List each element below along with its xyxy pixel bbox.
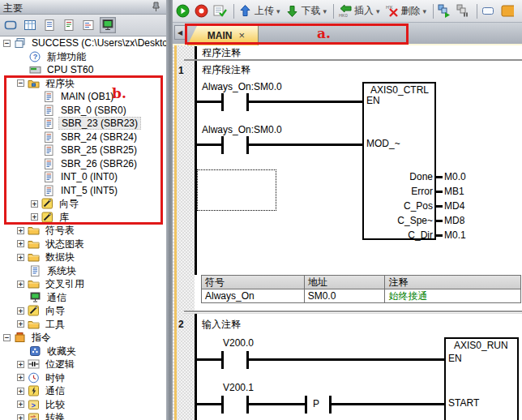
report-icon [62,19,75,32]
output-operand[interactable]: M0.1 [444,229,466,241]
edge-contact-bar[interactable] [305,396,307,414]
tree-item[interactable]: SBR_26 (SBR26) [0,157,166,171]
chevron-down-icon[interactable]: ▾ [276,7,280,15]
comment-cell[interactable]: 始终接通 [385,289,521,303]
toolbar-button-run-icon[interactable] [176,4,190,18]
expand-toggle-icon[interactable]: + [17,361,24,368]
expand-toggle-icon[interactable]: + [31,200,38,208]
network-comment[interactable]: 输入注释 [202,318,241,332]
toolbar-button-删除[interactable]: H'K删除▾ [385,4,427,18]
symbol-table-row[interactable]: Always_On SM0.0 始终接通 [202,289,521,303]
expand-toggle-icon[interactable]: + [17,240,24,247]
panel-splitter[interactable] [166,0,173,420]
chevron-down-icon[interactable]: ▾ [323,7,327,15]
panel-toolbar-button-3[interactable] [41,17,58,33]
tree-item[interactable]: INT_0 (INT0) [0,170,166,184]
tree-item[interactable]: +>比较 [0,398,166,412]
network-comment[interactable]: 程序段注释 [202,63,250,77]
chevron-down-icon[interactable]: ▾ [423,7,427,15]
tree-item[interactable]: +通信 [0,384,166,398]
address-cell[interactable]: SM0.0 [305,289,386,303]
toolbar-button-下载[interactable]: 下载▾ [285,4,327,18]
expand-toggle-icon[interactable]: + [17,388,24,395]
tree-item[interactable]: SBR_25 (SBR25) [0,144,166,157]
tree-item[interactable]: −程序块 [0,77,166,91]
tree-item[interactable]: +时钟 [0,371,166,385]
expand-toggle-icon[interactable]: + [17,374,24,381]
chevron-down-icon[interactable]: ▾ [376,7,380,15]
tab-scroll-left-button[interactable]: ◀ [174,25,186,40]
expand-toggle-icon[interactable]: + [17,281,24,288]
tree-item[interactable]: +状态图表 [0,238,166,251]
empty-element-placeholder[interactable] [197,169,276,211]
tree-item[interactable]: SBR_24 (SBR24) [0,131,166,144]
expand-toggle-icon[interactable]: + [31,213,38,221]
tree-item[interactable]: +位逻辑 [0,358,166,371]
tree-item[interactable]: +库 [0,211,166,225]
expand-toggle-icon[interactable]: + [17,401,24,408]
expand-toggle-icon[interactable]: + [17,307,24,315]
contact-label[interactable]: V200.0 [223,337,254,349]
tree-item[interactable]: 系统块 [0,264,166,278]
tree-item[interactable]: +符号表 [0,224,166,238]
contact-bar[interactable] [221,396,224,414]
panel-toolbar-button-4[interactable] [61,17,77,33]
expand-toggle-icon[interactable]: + [17,254,24,261]
toolbar-separator [477,4,477,19]
tree-item[interactable]: INT_5 (INT5) [0,184,166,198]
output-operand[interactable]: MD8 [444,215,464,226]
wire [249,358,444,361]
contact-bar[interactable] [221,136,224,154]
toolbar-button-box-icon[interactable] [481,4,495,18]
program-comment[interactable]: 程序注释 [202,46,241,60]
tree-item[interactable]: +工具 [0,318,166,332]
expand-toggle-icon[interactable]: + [17,227,24,234]
symbol-cell[interactable]: Always_On [202,289,305,303]
expand-toggle-icon[interactable]: + [17,414,24,420]
panel-toolbar-button-1[interactable] [2,17,19,33]
tree-item[interactable]: +向导 [0,197,166,211]
contact-label[interactable]: Always_On:SM0.0 [202,81,282,92]
tree-item[interactable]: MAIN (OB1) [0,90,166,104]
collapse-toggle-icon[interactable]: − [3,40,11,47]
tab-close-icon[interactable]: × [239,29,246,41]
tree-item[interactable]: +交叉引用 [0,277,166,291]
tree-item[interactable]: +数据块 [0,251,166,264]
output-operand[interactable]: M0.0 [444,171,466,182]
insert-icon: HK0 [338,4,352,18]
panel-toolbar-button-5[interactable] [80,17,96,33]
tree-item[interactable]: +向导 [0,304,166,318]
toolbar-button-上传[interactable]: 上传▾ [238,4,280,18]
tree-item-label: 向导 [57,198,81,209]
tree-item[interactable]: SBR_23 (SBR23) [0,117,166,131]
panel-toolbar-button-6[interactable] [100,17,116,33]
output-operand[interactable]: MD4 [444,200,464,212]
tree-item[interactable]: 收藏夹 [0,345,166,358]
contact-bar[interactable] [221,93,224,111]
toolbar-button-compile-icon[interactable] [213,4,227,18]
expand-toggle-icon[interactable]: + [17,320,24,328]
toolbar-button-pou-run-icon[interactable] [438,4,451,18]
collapse-toggle-icon[interactable]: − [3,334,11,341]
panel-toolbar-button-2[interactable] [22,17,38,33]
collapse-toggle-icon[interactable]: − [17,79,24,87]
tree-item[interactable]: −SUCCESS (C:\Users\zx\Desktop\新 [0,36,166,50]
tree-item[interactable]: CPU ST60 [0,63,166,77]
toolbar-button-stop-icon[interactable] [195,4,208,18]
tree-item[interactable]: SBR_0 (SBR0) [0,104,166,118]
pin-icon[interactable] [151,2,161,12]
tree-item[interactable]: ?新增功能 [0,50,166,64]
tree-item[interactable]: −指令 [0,331,166,345]
contact-label[interactable]: Always_On:SM0.0 [202,124,282,135]
toolbar-button-clipped-icon[interactable] [500,4,514,18]
toolbar-button-pou-pause-icon[interactable] [456,4,470,18]
contact-label[interactable]: V200.1 [223,382,254,393]
tree-item[interactable]: 通信 [0,291,166,305]
tab-main[interactable]: MAIN × [187,24,259,45]
output-operand[interactable]: MB1 [444,186,464,197]
tree-item[interactable]: +转换 [0,411,166,420]
toolbar-button-插入[interactable]: HK0插入▾ [338,4,380,18]
contact-bar[interactable] [221,351,224,369]
wizard-icon [28,305,40,316]
edge-contact-label[interactable]: P [313,398,319,409]
